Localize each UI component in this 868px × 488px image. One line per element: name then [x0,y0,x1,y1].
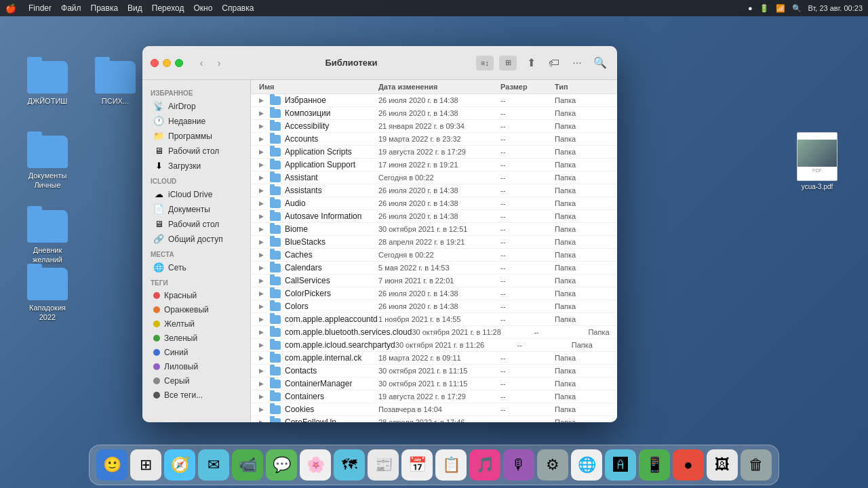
dock-preview[interactable]: 🖼 [707,449,738,481]
tag-button[interactable]: 🏷 [545,54,563,72]
expand-arrow[interactable]: ▶ [259,264,266,271]
expand-arrow[interactable]: ▶ [259,406,266,413]
dock-systemprefs[interactable]: ⚙ [537,449,568,481]
desktop-icon-3[interactable]: Документы Личные [20,136,75,190]
table-row[interactable]: ▶ Application Scripts 19 августа 2022 г.… [251,146,617,159]
table-row[interactable]: ▶ Audio 26 июля 2020 г. в 14:38 -- Папка [251,197,617,210]
desktop-icon-4[interactable]: Дневник желаний [20,210,75,265]
sidebar-item-downloads[interactable]: ⬇ Загрузки [145,159,248,173]
sidebar-tag-orange[interactable]: Оранжевый [145,303,248,317]
sidebar-item-network[interactable]: 🌐 Сеть [145,260,248,274]
expand-arrow[interactable]: ▶ [259,354,266,361]
expand-arrow[interactable]: ▶ [259,380,266,387]
table-row[interactable]: ▶ CoreFollowUp 28 апреля 2022 г. в 17:46… [251,416,617,422]
expand-arrow[interactable]: ▶ [259,226,266,232]
dock-calendar[interactable]: 📅 [401,449,433,481]
expand-arrow[interactable]: ▶ [259,174,266,181]
expand-arrow[interactable]: ▶ [259,251,266,258]
dock-news[interactable]: 📰 [368,449,399,481]
expand-arrow[interactable]: ▶ [259,161,266,168]
dock-podcasts[interactable]: 🎙 [503,449,534,481]
sidebar-item-shared[interactable]: 🔗 Общий доступ [145,232,248,246]
expand-arrow[interactable]: ▶ [259,213,266,220]
dock-music[interactable]: 🎵 [469,449,500,481]
table-row[interactable]: ▶ Accounts 19 марта 2022 г. в 23:32 -- П… [251,133,617,146]
dock-maps[interactable]: 🗺 [334,449,365,481]
table-row[interactable]: ▶ com.apple.bluetooth.services.cloud 30 … [251,326,617,339]
menu-window[interactable]: Окно [193,3,212,13]
back-button[interactable]: ‹ [194,56,209,70]
expand-arrow[interactable]: ▶ [259,136,266,142]
expand-arrow[interactable]: ▶ [259,393,266,400]
table-row[interactable]: ▶ Caches Сегодня в 00:22 -- Папка [251,249,617,262]
dock-safari[interactable]: 🧭 [164,449,195,481]
table-row[interactable]: ▶ Композиции 26 июля 2020 г. в 14:38 -- … [251,107,617,120]
menu-edit[interactable]: Правка [91,3,119,13]
dock-chrome[interactable]: 🌐 [571,449,602,481]
expand-arrow[interactable]: ▶ [259,97,266,104]
table-row[interactable]: ▶ com.apple.icloud.searchpartyd 30 октяб… [251,339,617,352]
close-button[interactable] [151,59,159,67]
table-row[interactable]: ▶ Cookies Позавчера в 14:04 -- Папка [251,403,617,416]
table-row[interactable]: ▶ Accessibility 21 января 2022 г. в 09:3… [251,120,617,133]
table-row[interactable]: ▶ ColorPickers 26 июля 2020 г. в 14:38 -… [251,287,617,300]
sidebar-item-programs[interactable]: 📁 Программы [145,129,248,143]
table-row[interactable]: ▶ Biome 30 октября 2021 г. в 12:51 -- Па… [251,223,617,236]
expand-arrow[interactable]: ▶ [259,200,266,207]
desktop-icon-2[interactable]: ПСИХ... [88,61,142,106]
table-row[interactable]: ▶ Contacts 30 октября 2021 г. в 11:15 --… [251,365,617,378]
sidebar-tag-gray[interactable]: Серый [145,374,248,388]
table-row[interactable]: ▶ Избранное 26 июля 2020 г. в 14:38 -- П… [251,94,617,107]
expand-arrow[interactable]: ▶ [259,187,266,194]
sidebar-item-recents[interactable]: 🕐 Недавние [145,114,248,128]
expand-arrow[interactable]: ▶ [259,342,266,348]
dock-finder[interactable]: 🙂 [96,449,127,481]
table-row[interactable]: ▶ CallServices 7 июня 2021 г. в 22:01 --… [251,274,617,287]
table-row[interactable]: ▶ ContainerManager 30 октября 2021 г. в … [251,378,617,390]
sidebar-item-airdrop[interactable]: 📡 AirDrop [145,99,248,113]
dock-mail[interactable]: ✉ [198,449,229,481]
table-row[interactable]: ▶ Application Support 17 июня 2022 г. в … [251,159,617,171]
dock-photos[interactable]: 🌸 [300,449,331,481]
table-row[interactable]: ▶ com.apple.appleaccountd 1 ноября 2021 … [251,313,617,326]
dock-messages[interactable]: 💬 [266,449,297,481]
maximize-button[interactable] [175,59,183,67]
sidebar-item-icloud-drive[interactable]: ☁ iCloud Drive [145,187,248,201]
table-row[interactable]: ▶ Assistant Сегодня в 00:22 -- Папка [251,171,617,184]
table-row[interactable]: ▶ Colors 26 июля 2020 г. в 14:38 -- Папк… [251,300,617,313]
search-icon[interactable]: 🔍 [792,4,802,13]
search-button[interactable]: 🔍 [591,54,609,72]
expand-arrow[interactable]: ▶ [259,303,266,310]
dock-reminders[interactable]: 📋 [435,449,467,481]
expand-arrow[interactable]: ▶ [259,110,266,117]
menu-finder[interactable]: Finder [28,3,52,13]
expand-arrow[interactable]: ▶ [259,277,266,284]
sidebar-item-documents[interactable]: 📄 Документы [145,202,248,216]
menu-help[interactable]: Справка [222,3,254,13]
dock-whatsapp[interactable]: 📱 [639,449,670,481]
sidebar-item-desktop-icloud[interactable]: 🖥 Рабочий стол [145,217,248,231]
sidebar-item-desktop[interactable]: 🖥 Рабочий стол [145,144,248,158]
dock-trash[interactable]: 🗑 [741,449,772,481]
expand-arrow[interactable]: ▶ [259,316,266,323]
column-date[interactable]: Дата изменения [378,83,500,91]
column-size[interactable]: Размер [500,83,555,91]
table-row[interactable]: ▶ Assistants 26 июля 2020 г. в 14:38 -- … [251,184,617,197]
sidebar-tag-blue[interactable]: Синий [145,346,248,359]
expand-arrow[interactable]: ▶ [259,148,266,155]
expand-arrow[interactable]: ▶ [259,419,266,422]
table-row[interactable]: ▶ com.apple.internal.ck 18 марта 2022 г.… [251,352,617,365]
dock-appstore[interactable]: 🅰 [605,449,636,481]
table-row[interactable]: ▶ BlueStacks 28 апреля 2022 г. в 19:21 -… [251,236,617,249]
grid-view-button[interactable]: ⊞ [499,56,517,70]
menu-go[interactable]: Переход [152,3,184,13]
column-name[interactable]: Имя [259,83,378,91]
sidebar-tag-green[interactable]: Зеленый [145,331,248,345]
expand-arrow[interactable]: ▶ [259,239,266,245]
dock-launchpad[interactable]: ⊞ [130,449,161,481]
column-type[interactable]: Тип [555,83,609,91]
expand-arrow[interactable]: ▶ [259,123,266,129]
sidebar-tag-red[interactable]: Красный [145,289,248,302]
menu-file[interactable]: Файл [61,3,81,13]
sidebar-tag-yellow[interactable]: Желтый [145,317,248,331]
